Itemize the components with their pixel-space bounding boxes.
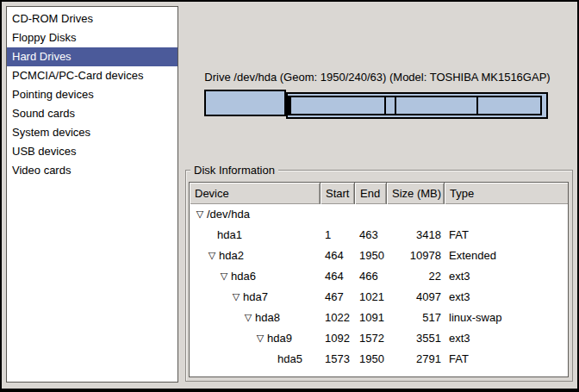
device-name: hda7 xyxy=(243,287,268,308)
device-cell: ▽hda6 xyxy=(190,266,321,287)
end-cell: 1950 xyxy=(355,349,387,370)
size-cell: 2791 xyxy=(387,349,445,370)
expander-open-triangle-icon[interactable]: ▽ xyxy=(205,246,219,266)
table-row-hda9[interactable]: ▽hda9109215723551ext3 xyxy=(190,328,568,349)
start-cell: 1092 xyxy=(321,328,355,349)
end-cell: 1091 xyxy=(355,308,387,328)
table-row-hda2[interactable]: ▽hda2464195010978Extended xyxy=(190,246,568,266)
type-cell: FAT xyxy=(445,349,568,370)
end-cell: 463 xyxy=(355,225,387,246)
type-cell xyxy=(445,204,568,225)
table-row-dev-hda[interactable]: ▽/dev/hda xyxy=(190,204,568,225)
table-row-hda6[interactable]: ▽hda646446622ext3 xyxy=(190,266,568,287)
sidebar-item-usb-devices[interactable]: USB devices xyxy=(7,142,177,161)
device-name: hda2 xyxy=(219,246,244,266)
device-cell: ▽hda7 xyxy=(190,287,321,308)
column-header-end[interactable]: End xyxy=(355,183,387,204)
start-cell: 467 xyxy=(321,287,355,308)
sidebar-item-hard-drives[interactable]: Hard Drives xyxy=(7,47,177,66)
partition-segment-hda2-extended xyxy=(286,92,548,119)
start-cell: 1022 xyxy=(321,308,355,328)
end-cell: 1950 xyxy=(355,246,387,266)
table-row-hda5[interactable]: hda5157319502791FAT xyxy=(190,349,568,370)
device-cell: ▽hda2 xyxy=(190,246,321,266)
sidebar-item-system-devices[interactable]: System devices xyxy=(7,123,177,142)
device-cell: hda1 xyxy=(190,225,321,246)
tree-indent xyxy=(190,235,205,236)
column-header-device[interactable]: Device xyxy=(190,183,321,204)
partition-segment-hda1 xyxy=(204,90,286,116)
expander-open-triangle-icon[interactable]: ▽ xyxy=(241,308,255,328)
expander-open-triangle-icon[interactable]: ▽ xyxy=(253,328,267,349)
tree-indent xyxy=(190,359,265,360)
tree-indent xyxy=(190,277,217,277)
device-cell: ▽hda9 xyxy=(190,328,321,349)
end-cell: 1021 xyxy=(355,287,387,308)
size-cell: 4097 xyxy=(387,287,445,308)
sidebar-item-pcmcia-pc-card-devices[interactable]: PCMCIA/PC-Card devices xyxy=(7,66,177,85)
device-name: /dev/hda xyxy=(207,204,250,225)
device-cell: ▽/dev/hda xyxy=(190,204,321,225)
tree-indent xyxy=(190,297,229,298)
expander-open-triangle-icon[interactable]: ▽ xyxy=(229,287,243,308)
sidebar-item-floppy-disks[interactable]: Floppy Disks xyxy=(7,28,177,47)
type-cell: linux-swap xyxy=(445,308,568,328)
start-cell: 1 xyxy=(321,225,355,246)
partition-table: DeviceStartEndSize (MB)Type ▽/dev/hdahda… xyxy=(189,182,569,377)
type-cell: FAT xyxy=(445,225,568,246)
expander-open-triangle-icon[interactable]: ▽ xyxy=(193,204,207,225)
type-cell: Extended xyxy=(445,246,568,266)
column-header-start[interactable]: Start xyxy=(321,183,355,204)
size-cell: 22 xyxy=(387,266,445,287)
size-cell: 10978 xyxy=(387,246,445,266)
expander-open-triangle-icon[interactable]: ▽ xyxy=(217,266,231,287)
device-name: hda6 xyxy=(231,266,256,287)
size-cell: 517 xyxy=(387,308,445,328)
extended-partition-contents xyxy=(288,96,546,115)
type-cell: ext3 xyxy=(445,266,568,287)
table-row-hda8[interactable]: ▽hda810221091517linux-swap xyxy=(190,308,568,328)
device-name: hda9 xyxy=(267,328,292,349)
end-cell xyxy=(355,204,387,225)
disk-information-title: Disk Information xyxy=(190,164,278,177)
device-category-list: CD-ROM DrivesFloppy DisksHard DrivesPCMC… xyxy=(6,6,178,383)
start-cell xyxy=(321,204,355,225)
size-cell: 3551 xyxy=(387,328,445,349)
partition-table-header: DeviceStartEndSize (MB)Type xyxy=(190,183,568,204)
type-cell: ext3 xyxy=(445,328,568,349)
column-header-size-mb[interactable]: Size (MB) xyxy=(387,183,445,204)
partition-table-body: ▽/dev/hdahda114633418FAT▽hda246419501097… xyxy=(190,204,568,370)
device-name: hda1 xyxy=(217,225,242,246)
tree-indent xyxy=(190,339,253,339)
table-row-hda7[interactable]: ▽hda746710214097ext3 xyxy=(190,287,568,308)
tree-indent xyxy=(190,318,241,319)
size-cell: 3418 xyxy=(387,225,445,246)
start-cell: 464 xyxy=(321,246,355,266)
partition-segment-hda9 xyxy=(395,96,478,115)
partition-bar-graphic xyxy=(204,90,548,122)
device-cell: hda5 xyxy=(190,349,321,370)
disk-information-groupbox: Disk Information DeviceStartEndSize (MB)… xyxy=(185,170,573,382)
start-cell: 464 xyxy=(321,266,355,287)
end-cell: 466 xyxy=(355,266,387,287)
sidebar-item-pointing-devices[interactable]: Pointing devices xyxy=(7,85,177,104)
end-cell: 1572 xyxy=(355,328,387,349)
partition-segment-hda5 xyxy=(476,96,542,115)
type-cell: ext3 xyxy=(445,287,568,308)
sidebar-item-cd-rom-drives[interactable]: CD-ROM Drives xyxy=(7,9,177,28)
start-cell: 1573 xyxy=(321,349,355,370)
partition-segment-hda7 xyxy=(290,96,386,115)
device-name: hda5 xyxy=(277,349,302,370)
sidebar-item-video-cards[interactable]: Video cards xyxy=(7,161,177,180)
tree-indent xyxy=(190,256,205,257)
table-row-hda1[interactable]: hda114633418FAT xyxy=(190,225,568,246)
hardware-browser-window: CD-ROM DrivesFloppy DisksHard DrivesPCMC… xyxy=(0,0,579,392)
device-name: hda8 xyxy=(255,308,280,328)
drive-description-label: Drive /dev/hda (Geom: 1950/240/63) (Mode… xyxy=(185,71,570,84)
device-cell: ▽hda8 xyxy=(190,308,321,328)
size-cell xyxy=(387,204,445,225)
sidebar-item-sound-cards[interactable]: Sound cards xyxy=(7,104,177,123)
column-header-type[interactable]: Type xyxy=(445,183,568,204)
